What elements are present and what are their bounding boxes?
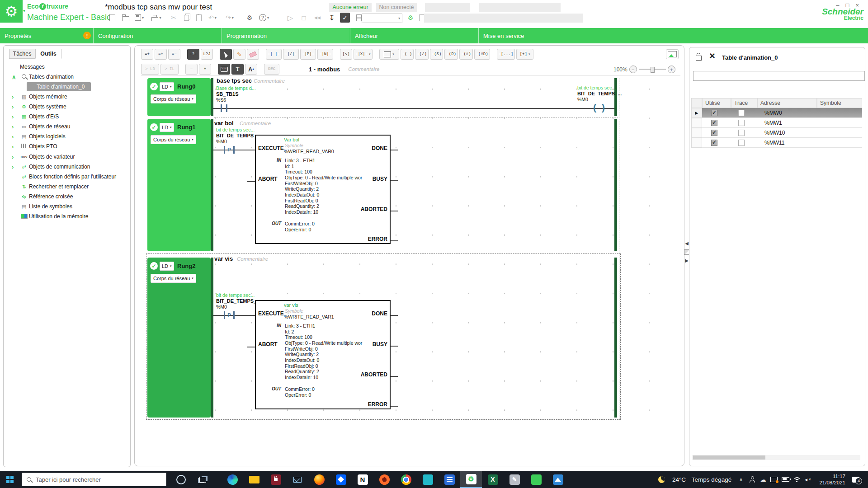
table-row-mw11[interactable]: %MW11 — [702, 138, 862, 148]
tray-network[interactable] — [791, 471, 802, 488]
rung1-comment[interactable]: Commentaire — [240, 121, 271, 126]
undo-button[interactable]: ↶▾ — [207, 13, 218, 23]
sidebar-item-objets-es[interactable]: ›▦Objets d'E/S — [4, 112, 129, 121]
sidebar-item-objets-systeme[interactable]: ›⚙Objets système — [4, 102, 129, 111]
taskbar-blue-app[interactable] — [439, 471, 460, 488]
used-checkbox[interactable] — [711, 130, 717, 136]
rung0-header[interactable]: ✓ LD▾ Rung0 Corps du réseau▾ — [147, 78, 211, 116]
taskbar-notion[interactable]: N — [352, 471, 373, 488]
panel-horizontal-scrollbar[interactable] — [692, 455, 860, 460]
used-checkbox[interactable] — [711, 120, 717, 126]
col-header-adresse[interactable]: Adresse — [757, 98, 817, 108]
rung0-contact-labels[interactable]: Base de temps d... SB_TB1S %S6 — [216, 85, 261, 103]
copy-button[interactable] — [181, 13, 192, 23]
rewind-button[interactable]: ◀◀ — [312, 13, 323, 23]
help-dropdown-icon[interactable]: ▾ — [267, 16, 269, 20]
rung0-body-select[interactable]: Corps du réseau▾ — [151, 94, 196, 103]
rung2-header[interactable]: ✓ LD▾ Rung2 Corps du réseau▾ — [147, 258, 211, 418]
settings-button[interactable]: ⚙ — [244, 13, 255, 23]
sidebar-item-objets-reseau[interactable]: ›▭Objets de réseau — [4, 122, 129, 131]
sidebar-item-objets-memoire[interactable]: ›▧Objets mémoire — [4, 92, 129, 101]
taskbar-excel[interactable]: X — [482, 471, 504, 488]
start-button[interactable] — [6, 476, 14, 483]
taskbar-dropbox[interactable] — [330, 471, 352, 488]
row-marker[interactable]: ▶ — [691, 108, 702, 118]
logo-dropdown-icon[interactable]: ▾ — [23, 8, 25, 13]
rung1-body-select[interactable]: Corps du réseau▾ — [151, 135, 196, 144]
cortana-button[interactable] — [170, 471, 192, 488]
commit-toggle-button[interactable]: ✓ — [340, 13, 350, 23]
expand-arrow-icon[interactable]: › — [12, 143, 18, 150]
tray-clock[interactable]: 11:17 21/08/2021 — [813, 471, 845, 488]
expand-arrow-icon[interactable]: › — [12, 164, 18, 170]
rung0-comment[interactable]: Commentaire — [254, 78, 285, 84]
sidebar-item-tables-animation[interactable]: ∧ Tables d'animation — [4, 72, 129, 81]
row-marker[interactable] — [691, 118, 702, 128]
stop-button[interactable]: □ — [298, 13, 309, 23]
ladder-canvas[interactable]: ✓ LD▾ Rung0 Corps du réseau▾ base tps se… — [135, 46, 684, 466]
taskbar-teal-app[interactable] — [417, 471, 439, 488]
sidebar-tab-taches[interactable]: Tâches — [9, 49, 35, 59]
weather-icon-area[interactable] — [655, 471, 668, 488]
expand-arrow-icon[interactable]: › — [12, 123, 18, 130]
collapse-arrow-icon[interactable]: ∧ — [12, 74, 18, 80]
tray-battery[interactable] — [779, 471, 791, 488]
run-button[interactable]: ▷ — [285, 13, 296, 23]
trace-checkbox[interactable] — [738, 140, 745, 146]
weather-desc[interactable]: Temps dégagé — [689, 471, 734, 488]
used-checkbox[interactable] — [711, 140, 717, 146]
undo-dropdown-icon[interactable]: ▾ — [215, 16, 217, 20]
help-button[interactable]: ?▾ — [259, 13, 269, 23]
table-row-mw1[interactable]: %MW1 — [702, 118, 862, 128]
tray-expand-button[interactable]: ∧ — [736, 471, 746, 488]
sidebar-item-objets-pto[interactable]: ›Objets PTO — [4, 142, 129, 151]
tray-people[interactable] — [747, 471, 758, 488]
expand-arrow-icon[interactable]: › — [12, 103, 18, 110]
notification-center-button[interactable]: 4 — [848, 471, 863, 488]
col-header-trace[interactable]: Trace — [731, 98, 757, 108]
used-checkbox[interactable] — [711, 110, 717, 116]
taskbar-edge[interactable] — [222, 471, 243, 488]
trace-checkbox[interactable] — [738, 130, 745, 136]
trace-checkbox[interactable] — [738, 110, 745, 116]
redo-dropdown-icon[interactable]: ▾ — [232, 16, 234, 20]
expand-arrow-icon[interactable]: › — [12, 94, 18, 100]
print-dropdown-icon[interactable]: ▾ — [159, 16, 161, 20]
write-read-var0-block[interactable]: Var bol Symbole %WRITE_READ_VAR0 EXECUTE… — [255, 135, 391, 244]
sidebar-item-table-animation-0[interactable]: Table d'animation_0 — [27, 82, 91, 91]
col-header-symbole[interactable]: Symbole — [817, 98, 862, 108]
expand-arrow-icon[interactable]: › — [12, 154, 18, 160]
sidebar-item-messages[interactable]: Messages — [4, 62, 129, 71]
paste-button[interactable] — [193, 13, 204, 23]
tab-mise-en-service[interactable]: Mise en service — [478, 28, 607, 43]
coil-icon[interactable]: ) — [602, 103, 605, 112]
rung2-comment[interactable]: Commentaire — [237, 256, 268, 262]
sidebar-item-objets-variateur[interactable]: ›DRVObjets de variateur — [4, 152, 129, 161]
taskbar-chrome[interactable] — [395, 471, 417, 488]
rung0-language-select[interactable]: LD▾ — [160, 82, 174, 91]
weather-temp[interactable]: 24°C — [670, 471, 688, 488]
col-header-utilise[interactable]: Utilisé — [702, 98, 731, 108]
tray-volume[interactable]: ◄× — [802, 471, 813, 488]
expand-arrow-icon[interactable]: › — [12, 133, 18, 140]
row-marker[interactable] — [691, 138, 702, 148]
tab-afficheur[interactable]: Afficheur — [350, 28, 478, 43]
cut-button[interactable]: ✂ — [168, 13, 179, 23]
sidebar-item-blocs-fonction[interactable]: ⇄Blocs fonction définis par l'utilisateu… — [4, 172, 129, 181]
sidebar-item-rechercher-remplacer[interactable]: ⇅Rechercher et remplacer — [4, 182, 129, 191]
app-logo-gear-icon[interactable]: ⚙ — [0, 0, 23, 23]
close-panel-icon[interactable]: × — [709, 51, 715, 61]
lock-icon[interactable] — [696, 56, 702, 61]
trace-checkbox[interactable] — [738, 120, 745, 126]
taskbar-store[interactable] — [265, 471, 287, 488]
taskbar-machine-expert-active[interactable]: ⚙ — [460, 471, 482, 488]
print-button[interactable]: ▾ — [151, 13, 162, 23]
tab-proprietes[interactable]: Propriétés — [0, 28, 93, 43]
taskbar-mail[interactable] — [287, 471, 308, 488]
taskbar-search[interactable]: Taper ici pour rechercher — [22, 473, 166, 486]
animation-filter-input[interactable] — [693, 71, 865, 81]
sidebar-item-objets-logiciels[interactable]: ›▤Objets logiciels — [4, 132, 129, 141]
scrollbar-thumb[interactable] — [693, 455, 765, 460]
taskbar-photos[interactable] — [547, 471, 569, 488]
rung2-language-select[interactable]: LD▾ — [160, 262, 174, 271]
